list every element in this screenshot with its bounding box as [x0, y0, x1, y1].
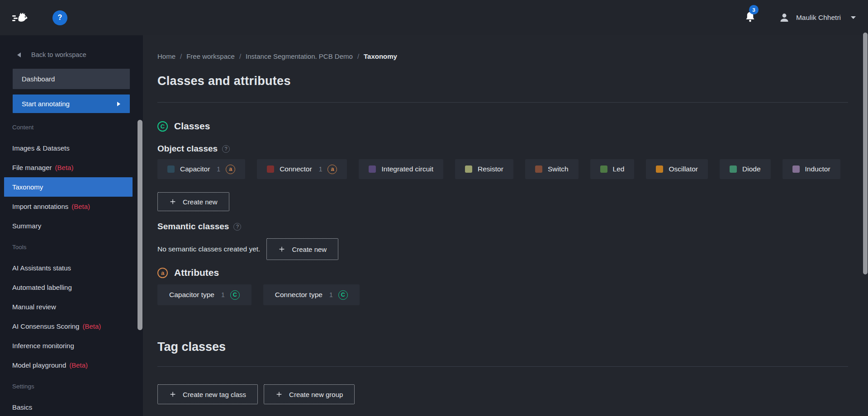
- topbar: ? 3 Maulik Chhetri: [0, 0, 868, 35]
- sidebar-item[interactable]: Summary: [0, 216, 143, 236]
- chevron-left-icon: [16, 52, 21, 58]
- class-chip[interactable]: Inductor: [783, 159, 840, 179]
- class-chip-count: 1: [319, 165, 323, 173]
- back-to-workspace-label: Back to workspace: [31, 51, 86, 58]
- sidebar-item-label: File manager: [12, 164, 52, 171]
- class-color-swatch: [656, 165, 663, 173]
- sidebar-section-content: Content: [12, 124, 143, 132]
- hasty-logo-icon[interactable]: [12, 11, 31, 24]
- class-chip[interactable]: Oscillator: [646, 159, 708, 179]
- sidebar-item[interactable]: Model playground (Beta): [0, 355, 143, 375]
- attribute-chip[interactable]: Connector type 1 C: [263, 284, 360, 305]
- sidebar-item[interactable]: AI Assistants status: [0, 258, 143, 278]
- class-chip-label: Diode: [742, 165, 761, 173]
- class-chip-label: Switch: [548, 165, 569, 173]
- sidebar-section-settings: Settings: [12, 383, 143, 391]
- create-new-group-button[interactable]: Create new group: [264, 384, 355, 404]
- user-name: Maulik Chhetri: [796, 14, 841, 22]
- breadcrumb: Home / Free workspace / Instance Segment…: [157, 52, 848, 61]
- sidebar-scrollbar[interactable]: [138, 120, 142, 330]
- breadcrumb-link[interactable]: Home: [157, 52, 175, 61]
- class-chip-label: Led: [613, 165, 625, 173]
- class-chip[interactable]: Integrated circuit: [359, 159, 443, 179]
- breadcrumb-item: Instance Segmentation. PCB Demo /: [246, 52, 359, 61]
- arrow-right-icon: [117, 101, 121, 107]
- create-new-class-label: Create new: [183, 198, 218, 206]
- sidebar-item[interactable]: Taxonomy: [4, 177, 133, 197]
- attributes-section-header: a Attributes: [157, 267, 848, 278]
- class-chip[interactable]: Diode: [720, 159, 771, 179]
- breadcrumb-separator: /: [239, 52, 241, 61]
- sidebar-item[interactable]: File manager (Beta): [0, 158, 143, 177]
- sidebar-item-label: Summary: [12, 222, 41, 230]
- window-scrollbar[interactable]: [863, 33, 868, 274]
- page-title: Classes and attributes: [157, 74, 848, 88]
- breadcrumb-separator: /: [357, 52, 359, 61]
- dashboard-button[interactable]: Dashboard: [13, 69, 130, 89]
- sidebar-item-label: Import annotations: [12, 203, 68, 210]
- help-icon[interactable]: ?: [233, 223, 241, 231]
- class-chip[interactable]: Switch: [525, 159, 579, 179]
- class-chip[interactable]: Led: [590, 159, 635, 179]
- class-chip-label: Resistor: [478, 165, 503, 173]
- attribute-chip-label: Connector type: [275, 291, 323, 299]
- create-new-semantic-class-button[interactable]: Create new: [266, 238, 338, 260]
- breadcrumb-item: Taxonomy: [364, 52, 397, 61]
- sidebar-item[interactable]: Inference monitoring: [0, 336, 143, 355]
- class-chip[interactable]: Connector 1 a: [257, 159, 347, 179]
- sidebar-nav-settings: Basics: [0, 397, 143, 416]
- sidebar-item-label: Model playground: [12, 361, 66, 369]
- sidebar-item[interactable]: Images & Datasets: [0, 138, 143, 158]
- class-chip[interactable]: Resistor: [455, 159, 513, 179]
- sidebar-nav-tools: AI Assistants status Automated labelling…: [0, 258, 143, 375]
- attribute-badge-icon: a: [226, 165, 235, 174]
- class-color-swatch: [600, 165, 607, 173]
- classes-section-header: C Classes: [157, 121, 848, 132]
- back-to-workspace-button[interactable]: Back to workspace: [16, 49, 143, 61]
- class-chip-count: 1: [217, 165, 220, 173]
- help-icon[interactable]: ?: [222, 145, 230, 153]
- attributes-section-title: Attributes: [174, 267, 219, 278]
- breadcrumb-link[interactable]: Instance Segmentation. PCB Demo: [246, 52, 353, 61]
- sidebar-item[interactable]: Basics: [0, 397, 143, 416]
- sidebar-item[interactable]: AI Consensus Scoring (Beta): [0, 317, 143, 336]
- create-new-semantic-label: Create new: [292, 246, 327, 253]
- attribute-chip[interactable]: Capacitor type 1 C: [157, 284, 251, 305]
- help-button[interactable]: ?: [52, 10, 67, 25]
- divider: [157, 366, 848, 367]
- class-badge-icon: C: [338, 290, 348, 300]
- semantic-empty-text: No semantic classes created yet.: [157, 245, 260, 253]
- sidebar-item[interactable]: Automated labelling: [0, 278, 143, 297]
- class-chip-label: Capacitor: [180, 165, 210, 173]
- start-annotating-label: Start annotating: [22, 100, 70, 108]
- class-chip-label: Connector: [280, 165, 312, 173]
- start-annotating-button[interactable]: Start annotating: [13, 95, 130, 113]
- class-chip-label: Integrated circuit: [381, 165, 433, 173]
- breadcrumb-link[interactable]: Free workspace: [186, 52, 235, 61]
- class-color-swatch: [167, 165, 175, 173]
- sidebar: Back to workspace Dashboard Start annota…: [0, 35, 143, 416]
- attributes-icon: a: [157, 268, 168, 278]
- sidebar-item[interactable]: Import annotations (Beta): [0, 197, 143, 216]
- create-new-tag-class-button[interactable]: Create new tag class: [157, 384, 258, 404]
- sidebar-item[interactable]: Manual review: [0, 297, 143, 317]
- plus-icon: [278, 246, 285, 253]
- beta-tag: (Beta): [55, 164, 74, 171]
- sidebar-item-label: Inference monitoring: [12, 342, 74, 350]
- beta-tag: (Beta): [82, 322, 101, 330]
- breadcrumb-item: Home /: [157, 52, 182, 61]
- class-chip[interactable]: Capacitor 1 a: [157, 159, 245, 179]
- sidebar-item-label: Images & Datasets: [12, 144, 70, 152]
- classes-section-title: Classes: [174, 121, 210, 132]
- class-color-swatch: [465, 165, 472, 173]
- user-menu[interactable]: Maulik Chhetri: [779, 12, 856, 23]
- notifications-button[interactable]: 3: [745, 11, 755, 24]
- create-new-tag-class-label: Create new tag class: [183, 391, 246, 398]
- divider: [157, 102, 848, 103]
- main-content: Home / Free workspace / Instance Segment…: [143, 35, 868, 416]
- breadcrumb-link[interactable]: Taxonomy: [364, 52, 397, 61]
- user-avatar-icon: [779, 12, 790, 23]
- sidebar-item-label: Automated labelling: [12, 284, 72, 291]
- create-new-class-button[interactable]: Create new: [157, 192, 229, 211]
- sidebar-section-tools: Tools: [12, 244, 143, 252]
